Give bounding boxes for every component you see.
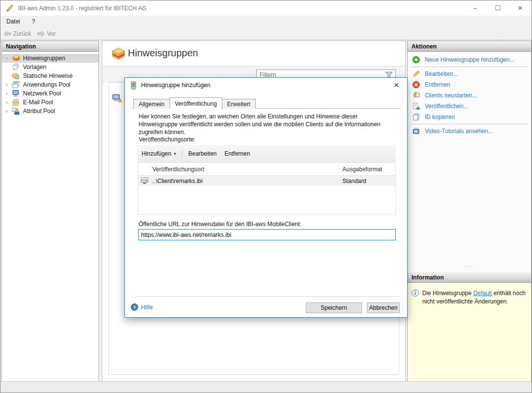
sidebar-item-label: E-Mail Pool	[23, 99, 53, 106]
action-label: Bearbeiten...	[425, 70, 458, 77]
edit-location-button[interactable]: Bearbeiten	[184, 148, 220, 159]
sidebar-item-label: Hinweisgruppen	[23, 55, 65, 62]
copy-id-icon	[412, 113, 420, 121]
tab-erweitert[interactable]: Erweitert	[222, 99, 256, 109]
add-icon	[412, 56, 420, 64]
network-pool-icon	[12, 90, 21, 97]
page-title: Hinweisgruppen	[128, 47, 198, 59]
action-bearbeiten[interactable]: Bearbeiten...	[408, 69, 531, 79]
information-header: Information	[408, 272, 531, 283]
separator	[411, 67, 528, 67]
sidebar-item-email-pool[interactable]: › E-Mail Pool	[2, 98, 98, 107]
action-label: Entfernen	[425, 81, 450, 88]
actions-header: Aktionen	[408, 41, 531, 52]
separator	[411, 124, 528, 124]
remove-location-button[interactable]: Entfernen	[220, 148, 254, 159]
action-label: ID kopieren	[425, 114, 455, 120]
dialog-tabstrip: Allgemein Veröffentlichung Erweitert	[133, 97, 255, 109]
sidebar-item-statische-hinweise[interactable]: Statische Hinweise	[2, 71, 98, 80]
minimize-button[interactable]: –	[464, 0, 486, 16]
default-group-link[interactable]: Default	[473, 290, 492, 297]
main-title-row: Hinweisgruppen	[102, 41, 405, 66]
tab-veroeffentlichung[interactable]: Veröffentlichung	[169, 97, 222, 109]
sidebar-item-anwendungs-pool[interactable]: › Anwendungs Pool	[2, 80, 98, 89]
hinweisgruppen-title-icon	[111, 46, 126, 60]
chevron-right-icon[interactable]: ›	[2, 99, 12, 106]
forward-button[interactable]: Vor	[34, 27, 59, 40]
column-header-location[interactable]: Veröffentlichungsort	[152, 166, 204, 173]
location-cell: ..\Client\remarks.ibi	[152, 178, 203, 185]
add-notice-group-dialog: Hinweisgruppe hinzufügen ✕ Allgemein Ver…	[124, 77, 408, 318]
locations-label: Veröffentlichungsorte:	[139, 136, 195, 143]
tab-allgemein[interactable]: Allgemein	[133, 99, 170, 109]
back-arrow-icon	[3, 31, 11, 37]
add-location-label: Hinzufügen	[142, 150, 171, 157]
action-label: Video-Tutorials ansehen...	[425, 128, 493, 135]
info-text-before: Die Hinweisgruppe	[422, 290, 473, 297]
action-label: Clients neustarten...	[425, 92, 477, 99]
mobile-client-icon	[130, 81, 137, 90]
information-message: Die Hinweisgruppe Default enthält noch n…	[422, 289, 527, 306]
edit-pencil-icon	[412, 70, 420, 78]
attribute-pool-icon	[12, 107, 21, 115]
maximize-button[interactable]: ☐	[486, 0, 509, 16]
menu-help[interactable]: ?	[26, 16, 41, 27]
information-body: Die Hinweisgruppe Default enthält noch n…	[408, 283, 531, 381]
locations-toolbar: Hinzufügen ▾ Bearbeiten Entfernen	[138, 145, 396, 162]
action-video-tutorials[interactable]: Video-Tutorials ansehen...	[408, 126, 531, 137]
dialog-title-bar: Hinweisgruppe hinzufügen ✕	[125, 78, 407, 92]
publish-icon	[412, 102, 420, 110]
menu-datei[interactable]: Datei	[0, 16, 26, 27]
action-id-kopieren[interactable]: ID kopieren	[408, 112, 531, 122]
navigation-panel: Navigation › Hinweisgruppen	[1, 41, 99, 382]
forward-label: Vor	[47, 30, 56, 37]
action-clients-neustarten[interactable]: Clients neustarten...	[408, 90, 531, 101]
application-pool-icon	[12, 81, 21, 89]
action-neue-hinweisgruppe[interactable]: Neue Hinweisgruppe hinzufügen...	[408, 54, 531, 65]
help-icon: ?	[131, 303, 138, 311]
network-drive-icon	[140, 177, 149, 185]
chevron-right-icon[interactable]: ›	[2, 81, 12, 88]
format-cell: Standard	[342, 178, 366, 185]
cancel-button[interactable]: Abbrechen	[367, 302, 400, 313]
monitor-warning-icon	[112, 94, 122, 102]
sidebar-item-vorlagen[interactable]: Vorlagen	[2, 63, 98, 71]
info-icon	[411, 289, 419, 297]
menu-bar: Datei ?	[0, 16, 532, 27]
actions-panel: Aktionen Neue Hinweisgruppe hinzufügen..…	[407, 41, 532, 382]
sidebar-item-label: Vorlagen	[23, 64, 46, 70]
footer-divider	[132, 296, 400, 297]
back-button[interactable]: Zurück	[0, 27, 34, 40]
help-label: Hilfe	[141, 304, 153, 311]
panel-splitter-handle[interactable]: ···	[408, 264, 531, 268]
dropdown-arrow-icon: ▾	[174, 151, 176, 156]
chevron-right-icon[interactable]: ›	[2, 55, 12, 62]
locations-table-header: Veröffentlichungsort Ausgabeformat	[138, 163, 395, 176]
sidebar-item-netzwerk-pool[interactable]: › Netzwerk Pool	[2, 89, 98, 98]
sidebar-item-attribut-pool[interactable]: › Attribut Pool	[2, 107, 98, 116]
chevron-right-icon[interactable]: ›	[2, 108, 12, 115]
add-location-button[interactable]: Hinzufügen ▾	[138, 148, 180, 159]
locations-table: Veröffentlichungsort Ausgabeformat ..\Cl…	[138, 162, 396, 215]
window-title: IBI-aws Admin 1.23.0 - registriert für I…	[18, 5, 146, 12]
sidebar-item-label: Statische Hinweise	[23, 72, 73, 79]
column-divider	[338, 164, 338, 174]
status-bar	[0, 381, 532, 393]
dialog-close-button[interactable]: ✕	[388, 79, 404, 91]
column-header-format[interactable]: Ausgabeformat	[342, 166, 382, 173]
action-label: Neue Hinweisgruppe hinzufügen...	[425, 56, 514, 63]
location-row[interactable]: ..\Client\remarks.ibi Standard	[138, 176, 395, 186]
action-veroeffentlichen[interactable]: Veröffentlichen...	[408, 101, 531, 112]
sidebar-item-hinweisgruppen[interactable]: › Hinweisgruppen	[2, 54, 98, 63]
sidebar-item-label: Netzwerk Pool	[23, 90, 61, 97]
close-button[interactable]: ✕	[509, 0, 532, 16]
remove-icon	[412, 81, 420, 89]
action-entfernen[interactable]: Entfernen	[408, 79, 531, 90]
dialog-title: Hinweisgruppe hinzufügen	[141, 82, 210, 89]
mobile-url-input[interactable]	[138, 229, 396, 240]
chevron-right-icon[interactable]: ›	[2, 90, 12, 97]
save-button[interactable]: Speichern	[306, 302, 362, 313]
help-link[interactable]: ? Hilfe	[131, 303, 153, 311]
title-bar: IBI-aws Admin 1.23.0 - registriert für I…	[0, 0, 532, 16]
sidebar-item-label: Anwendungs Pool	[23, 81, 71, 88]
